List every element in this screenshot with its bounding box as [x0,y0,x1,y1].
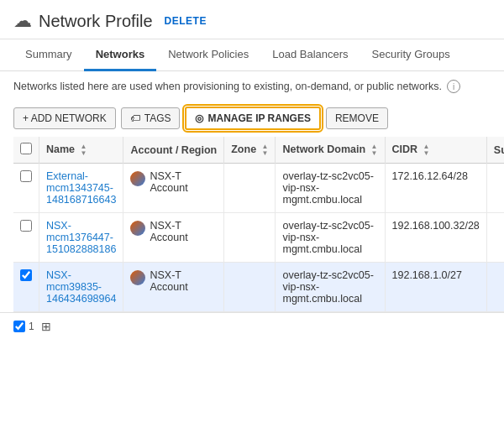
account-label: NSX-T Account [150,220,217,243]
select-all-checkbox[interactable] [20,143,32,154]
remove-button[interactable]: REMOVE [326,107,388,129]
footer-checkbox[interactable] [13,321,25,332]
nsx-icon [130,270,145,285]
row-zone [224,263,276,312]
page-header: ☁ Network Profile DELETE [0,0,504,39]
row-network-domain: overlay-tz-sc2vc05-vip-nsx-mgmt.cmbu.loc… [276,263,385,312]
add-network-button[interactable]: + ADD NETWORK [13,107,116,129]
table-footer: 1 ⊞ [0,312,504,340]
row-su-pu [486,263,504,312]
table-row: NSX-mcm1376447-151082888186 NSX-T Accoun… [13,213,504,263]
row-cidr: 192.168.1.0/27 [385,263,486,312]
row-checkbox[interactable] [20,269,32,281]
tab-networks[interactable]: Networks [84,39,157,71]
row-zone [224,213,276,263]
toolbar: + ADD NETWORK 🏷 TAGS ◎ MANAGE IP RANGES … [0,102,504,137]
tab-load-balancers[interactable]: Load Balancers [260,39,360,71]
page-title: Network Profile [39,12,153,31]
header-checkbox-cell [13,137,39,164]
account-label: NSX-T Account [150,170,217,194]
row-name: NSX-mcm1376447-151082888186 [39,213,123,263]
networks-table: Name ▲▼ Account / Region Zone ▲▼ Network… [13,137,504,312]
account-label: NSX-T Account [150,269,217,293]
row-checkbox-cell [13,263,39,312]
tab-security-groups[interactable]: Security Groups [360,39,462,71]
nsx-icon [130,171,145,186]
row-checkbox[interactable] [20,220,32,232]
row-account: NSX-T Account [123,213,224,263]
row-name: External-mcm1343745-148168716643 [39,164,123,213]
info-icon: i [447,80,460,93]
col-zone: Zone ▲▼ [224,137,276,164]
row-name: NSX-mcm39835-146434698964 [39,263,123,312]
delete-button[interactable]: DELETE [165,15,207,27]
row-checkbox-cell [13,164,39,213]
manage-icon: ◎ [195,112,203,124]
network-name-link[interactable]: External-mcm1343745-148168716643 [46,170,116,206]
info-bar: Networks listed here are used when provi… [0,71,504,102]
networks-table-wrap: Name ▲▼ Account / Region Zone ▲▼ Network… [0,137,504,312]
col-name: Name ▲▼ [39,137,123,164]
col-account-region: Account / Region [123,137,224,164]
tab-summary[interactable]: Summary [13,39,84,71]
network-name-link[interactable]: NSX-mcm39835-146434698964 [46,269,116,305]
network-name-link[interactable]: NSX-mcm1376447-151082888186 [46,220,116,255]
tab-network-policies[interactable]: Network Policies [156,39,260,71]
cloud-icon: ☁ [13,10,32,32]
sort-zone-icon[interactable]: ▲▼ [262,143,269,157]
row-account: NSX-T Account [123,263,224,312]
row-cidr: 192.168.100.32/28 [385,213,486,263]
row-checkbox-cell [13,213,39,263]
row-zone [224,164,276,213]
selected-count: 1 [13,321,34,332]
grid-view-icon[interactable]: ⊞ [41,320,51,333]
row-network-domain: overlay-tz-sc2vc05-vip-nsx-mgmt.cmbu.loc… [276,164,385,213]
row-account: NSX-T Account [123,164,224,213]
manage-ip-ranges-button[interactable]: ◎ MANAGE IP RANGES [185,107,320,130]
table-row: NSX-mcm39835-146434698964 NSX-T Account … [13,263,504,312]
row-network-domain: overlay-tz-sc2vc05-vip-nsx-mgmt.cmbu.loc… [276,213,385,263]
sort-domain-icon[interactable]: ▲▼ [371,143,378,157]
col-cidr: CIDR ▲▼ [385,137,486,164]
col-network-domain: Network Domain ▲▼ [276,137,385,164]
table-row: External-mcm1343745-148168716643 NSX-T A… [13,164,504,213]
table-header-row: Name ▲▼ Account / Region Zone ▲▼ Network… [13,137,504,164]
row-cidr: 172.16.12.64/28 [385,164,486,213]
info-text: Networks listed here are used when provi… [13,81,442,92]
row-checkbox[interactable] [20,170,32,182]
col-su-pu: Su Pu [486,137,504,164]
nsx-icon [130,221,145,236]
tags-button[interactable]: 🏷 TAGS [121,107,181,129]
tags-icon: 🏷 [130,112,140,124]
tab-bar: Summary Networks Network Policies Load B… [0,39,504,71]
sort-name-icon[interactable]: ▲▼ [81,143,87,157]
row-su-pu [486,164,504,213]
row-su-pu [486,213,504,263]
sort-cidr-icon[interactable]: ▲▼ [423,143,430,157]
